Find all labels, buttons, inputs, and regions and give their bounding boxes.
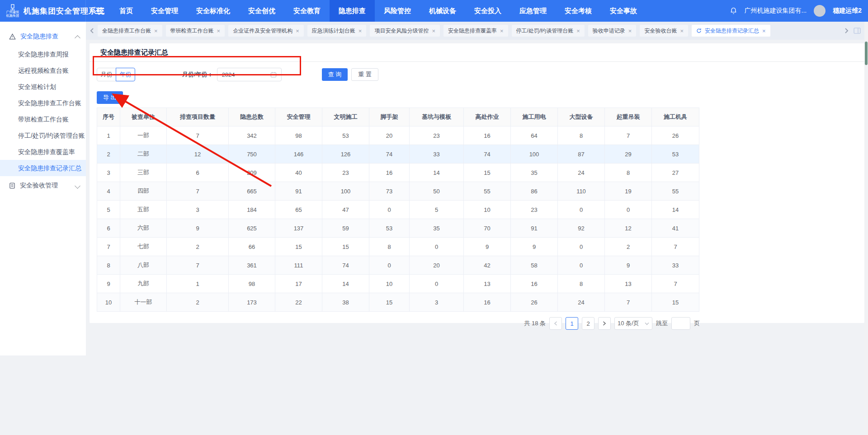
jump-page-input[interactable] [671,317,690,330]
export-button[interactable]: 导 出 [97,91,123,104]
tab-安全隐患排查记录汇总[interactable]: 安全隐患排查记录汇总× [692,25,770,37]
table-cell: 65 [275,201,322,219]
page-size-select[interactable]: 10 条/页 [614,317,652,330]
close-icon[interactable]: × [432,28,435,34]
table-row[interactable]: 7七部26615158099027 [97,238,699,256]
sidebar-group-hidden-danger[interactable]: 安全隐患排查 [0,27,86,46]
tab-应急演练计划台账[interactable]: 应急演练计划台账× [307,25,367,37]
close-icon[interactable]: × [217,28,221,34]
table-cell: 41 [652,219,699,238]
tab-安全隐患排查覆盖率[interactable]: 安全隐患排查覆盖率× [443,25,508,37]
prev-page-button[interactable] [549,317,562,330]
nav-item-安全标准化[interactable]: 安全标准化 [187,0,239,22]
close-icon[interactable]: × [154,28,158,34]
table-cell: 74 [464,145,511,164]
avatar[interactable] [814,5,826,17]
bell-icon[interactable] [730,7,737,15]
sidebar-group-acceptance[interactable]: 安全验收管理 [0,176,86,195]
reset-button[interactable]: 重 置 [351,68,378,81]
sidebar-item-停工/处罚/约谈管理台账[interactable]: 停工/处罚/约谈管理台账 [0,127,86,144]
divider [90,61,864,62]
table-cell: 23 [322,164,369,182]
column-header-大型设备: 大型设备 [558,108,605,126]
tab-actions-icon[interactable] [854,28,861,34]
close-icon[interactable]: × [628,28,632,34]
table-cell: 五部 [120,201,167,219]
table-cell: 137 [275,219,322,238]
sidebar-item-安全隐患排查覆盖率[interactable]: 安全隐患排查覆盖率 [0,144,86,160]
tab-停工/处罚/约谈管理台账[interactable]: 停工/处罚/约谈管理台账× [512,25,585,37]
nav-item-机械设备[interactable]: 机械设备 [420,0,465,22]
table-cell: 66 [229,238,275,256]
close-icon[interactable]: × [359,28,362,34]
page-numbers: 12 [566,317,594,330]
table-cell: 19 [605,182,652,201]
tab-验收申请记录[interactable]: 验收申请记录× [588,25,637,37]
table-cell: 12 [605,219,652,238]
table-row[interactable]: 6六部96251375953357091921241 [97,219,699,238]
tab-scroll-right-icon[interactable] [844,28,849,33]
close-icon[interactable]: × [296,28,299,34]
query-button[interactable]: 查 询 [322,68,348,81]
close-icon[interactable]: × [762,28,766,34]
column-header-安全管理: 安全管理 [275,108,322,126]
scrollbar-thumb[interactable] [865,42,868,65]
table-row[interactable]: 4四部766591100735055861101955 [97,182,699,201]
table-cell: 98 [275,126,322,145]
table-cell: 0 [410,275,464,293]
sidebar-item-安全隐患排查周报[interactable]: 安全隐患排查周报 [0,46,86,62]
sidebar-item-远程视频检查台账[interactable]: 远程视频检查台账 [0,62,86,79]
table-row[interactable]: 10十一部21732238153162624715 [97,293,699,312]
page-button-2[interactable]: 2 [582,317,594,330]
table-row[interactable]: 5五部318465470510230014 [97,201,699,219]
user-name[interactable]: 穗建运维2 [833,7,862,15]
sidebar-item-安全巡检计划[interactable]: 安全巡检计划 [0,79,86,95]
table-cell: 173 [229,293,275,312]
table-cell: 9 [97,275,120,293]
close-icon[interactable]: × [500,28,504,34]
tab-全隐患排查工作台账[interactable]: 全隐患排查工作台账× [98,25,162,37]
table-row[interactable]: 9九部198171410013168137 [97,275,699,293]
nav-item-安全投入[interactable]: 安全投入 [465,0,510,22]
close-icon[interactable]: × [680,28,684,34]
table-cell: 13 [464,275,511,293]
nav-item-安全教育[interactable]: 安全教育 [284,0,330,22]
top-nav: 首页安全管理安全标准化安全创优安全教育隐患排查风险管控机械设备安全投入应急管理安… [110,0,646,22]
tab-scroll-left-icon[interactable] [90,28,94,33]
table-row[interactable]: 8八部73611117402042580933 [97,256,699,275]
table-row[interactable]: 1一部73429853202316648726 [97,126,699,145]
logo-text-bottom: 机施集团 [6,14,19,17]
refresh-icon[interactable] [696,28,702,33]
tab-项目安全风险分级管控[interactable]: 项目安全风险分级管控× [370,25,440,37]
month-toggle-button[interactable]: 月份 [97,68,116,81]
close-icon[interactable]: × [576,28,580,34]
year-toggle-button[interactable]: 年份 [116,68,135,81]
nav-item-首页[interactable]: 首页 [110,0,142,22]
column-header-隐患总数: 隐患总数 [229,108,275,126]
column-header-施工用电: 施工用电 [511,108,558,126]
table-row[interactable]: 2二部12750146126743374100872953 [97,145,699,164]
scrollbar[interactable] [864,22,868,435]
column-header-被查单位: 被查单位 [120,108,167,126]
filter-row: 月份 年份 月份/年份： 2024 查 询 重 置 [97,65,858,84]
company-selector[interactable]: 广州机施建设集团有... [745,7,807,15]
tab-安全验收台账[interactable]: 安全验收台账× [640,25,688,37]
collapse-menu-icon[interactable] [96,8,104,14]
tab-企业证件及安全管理机构[interactable]: 企业证件及安全管理机构× [228,25,304,37]
year-picker-input[interactable]: 2024 [217,68,282,81]
page-title: 安全隐患排查记录汇总 [96,43,858,61]
next-page-button[interactable] [598,317,611,330]
sidebar-item-带班检查工作台账[interactable]: 带班检查工作台账 [0,111,86,127]
nav-item-隐患排查[interactable]: 隐患排查 [330,0,375,22]
tab-带班检查工作台账[interactable]: 带班检查工作台账× [166,25,225,37]
sidebar-item-安全隐患排查记录汇总[interactable]: 安全隐患排查记录汇总 [0,160,86,176]
nav-item-应急管理[interactable]: 应急管理 [510,0,556,22]
page-button-1[interactable]: 1 [566,317,578,330]
nav-item-安全事故[interactable]: 安全事故 [601,0,646,22]
nav-item-安全考核[interactable]: 安全考核 [556,0,601,22]
sidebar-item-安全隐患排查工作台账[interactable]: 安全隐患排查工作台账 [0,95,86,111]
nav-item-安全创优[interactable]: 安全创优 [239,0,284,22]
table-row[interactable]: 3三部620940231614153524827 [97,164,699,182]
nav-item-风险管控[interactable]: 风险管控 [375,0,420,22]
nav-item-安全管理[interactable]: 安全管理 [142,0,187,22]
